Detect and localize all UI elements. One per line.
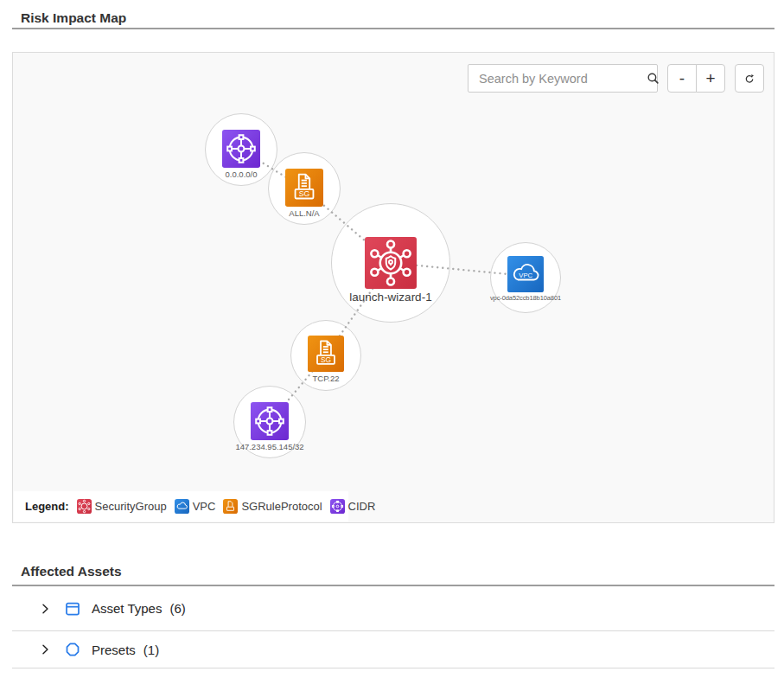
legend-item-security-group: SecurityGroup	[77, 499, 167, 514]
refresh-button[interactable]	[735, 64, 764, 93]
search-button[interactable]	[646, 65, 660, 92]
node-label: launch-wizard-1	[349, 291, 431, 304]
asset-row-asset-types[interactable]: Asset Types (6)	[12, 586, 774, 631]
title-divider	[12, 28, 774, 29]
sg-rule-protocol-icon: SG	[308, 336, 344, 372]
svg-text:SG: SG	[321, 355, 331, 364]
chevron-right-icon	[38, 602, 52, 616]
legend-item-cidr: CIDR	[330, 499, 376, 514]
risk-impact-map-page: Risk Impact Map	[0, 0, 784, 678]
legend-label: SGRuleProtocol	[241, 500, 322, 513]
search-input[interactable]	[468, 72, 646, 86]
sg-rule-protocol-icon	[223, 499, 238, 514]
asset-row-label: Presets	[92, 643, 136, 657]
svg-text:SG: SG	[299, 189, 310, 198]
chevron-right-icon	[38, 643, 52, 656]
search-icon	[646, 71, 660, 86]
node-label: TCP.22	[313, 374, 340, 383]
vpc-icon: VPC	[507, 256, 544, 292]
legend-title: Legend:	[25, 500, 69, 513]
legend-label: SecurityGroup	[95, 500, 167, 513]
asset-row-presets[interactable]: Presets (1)	[12, 631, 774, 668]
page-title: Risk Impact Map	[21, 10, 126, 26]
node-security-group-launch-wizard-1[interactable]: launch-wizard-1	[331, 203, 450, 323]
cidr-icon	[330, 499, 345, 514]
risk-map-canvas[interactable]: 0.0.0.0/0 SG ALL.N/A	[12, 52, 774, 523]
svg-text:VPC: VPC	[519, 272, 532, 279]
node-vpc[interactable]: VPC vpc-0da52ccb18b10a801	[490, 242, 561, 313]
zoom-in-button[interactable]: +	[696, 64, 725, 93]
cidr-icon	[251, 402, 289, 440]
node-label: vpc-0da52ccb18b10a801	[490, 294, 561, 302]
legend: Legend: SecurityGroup	[14, 491, 348, 521]
asset-row-label: Asset Types	[92, 601, 162, 616]
legend-label: CIDR	[348, 500, 376, 513]
node-label: 0.0.0.0/0	[226, 170, 258, 179]
sg-rule-protocol-icon: SG	[285, 169, 323, 207]
legend-label: VPC	[193, 500, 216, 513]
node-cidr-any[interactable]: 0.0.0.0/0	[205, 113, 277, 186]
security-group-icon	[365, 237, 417, 289]
vpc-icon	[175, 499, 189, 514]
node-label: ALL.N/A	[289, 208, 319, 218]
asset-types-icon	[64, 600, 81, 617]
node-label: 147.234.95.145/32	[235, 442, 303, 451]
node-sg-rule-all[interactable]: SG ALL.N/A	[268, 152, 341, 225]
refresh-icon	[743, 72, 756, 86]
zoom-controls: - +	[667, 64, 725, 93]
legend-item-vpc: VPC	[175, 499, 216, 514]
affected-assets-title: Affected Assets	[21, 564, 122, 579]
asset-row-count: (1)	[143, 643, 159, 657]
presets-icon	[64, 641, 81, 658]
legend-item-sg-rule-protocol: SGRuleProtocol	[223, 499, 322, 514]
search-box	[468, 64, 658, 93]
cidr-icon	[222, 130, 260, 168]
node-sg-rule-tcp22[interactable]: SG TCP.22	[290, 320, 361, 391]
asset-row-count: (6)	[169, 601, 185, 616]
security-group-icon	[77, 499, 92, 514]
node-cidr-host[interactable]: 147.234.95.145/32	[233, 386, 306, 458]
map-toolbar: - +	[468, 64, 764, 93]
zoom-out-button[interactable]: -	[667, 64, 697, 93]
